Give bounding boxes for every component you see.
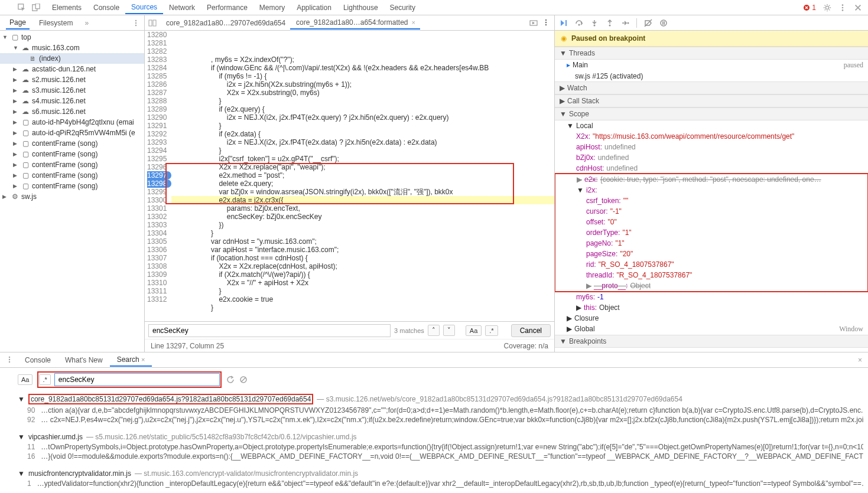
file-tab[interactable]: core_9182ad1a80…29707ed69da654	[160, 17, 290, 29]
resume-icon[interactable]	[560, 19, 568, 27]
step-icon[interactable]	[621, 19, 629, 27]
regex-toggle[interactable]: .*	[39, 374, 50, 385]
tree-frame[interactable]: ▶contentFrame (song)	[0, 181, 144, 191]
match-case-toggle[interactable]: Aa	[18, 374, 32, 385]
pause-exceptions-icon[interactable]	[659, 19, 668, 27]
refresh-icon[interactable]	[226, 376, 235, 384]
tab-lighthouse[interactable]: Lighthouse	[337, 1, 384, 14]
drawer-tab-whatsnew[interactable]: What's New	[58, 354, 110, 367]
result-file[interactable]: ▼musicfrontencryptvalidator.min.js— st.m…	[18, 467, 863, 479]
tab-sources[interactable]: Sources	[125, 1, 163, 14]
result-line[interactable]: 11…tOwnPropertySymbols,i=Object.prototyp…	[18, 442, 863, 452]
scope-section[interactable]: ▼Scope	[555, 107, 868, 120]
inspect-icon[interactable]	[18, 4, 26, 12]
scope-closure[interactable]: ▶Closure	[555, 313, 868, 324]
scope-var[interactable]: X2x: "https://music.163.com/weapi/commen…	[555, 131, 868, 142]
tab-performance[interactable]: Performance	[201, 1, 253, 14]
find-prev-button[interactable]: ˄	[428, 325, 440, 336]
filesystem-tab[interactable]: Filesystem	[35, 17, 76, 30]
gear-icon[interactable]	[823, 4, 831, 12]
drawer-tab-console[interactable]: Console	[18, 354, 58, 367]
file-tab-active[interactable]: core_9182ad1a80…a654:formatted×	[290, 17, 420, 30]
tree-top[interactable]: ▼top	[0, 32, 144, 43]
scope-var[interactable]: apiHost: undefined	[555, 142, 868, 152]
tree-frame[interactable]: ▶contentFrame (song)	[0, 159, 144, 170]
device-icon[interactable]	[32, 4, 40, 12]
step-into-icon[interactable]	[590, 19, 599, 27]
scope-var[interactable]: csrf_token: ""	[555, 195, 867, 206]
tree-domain[interactable]: ▼music.163.com	[0, 43, 144, 53]
deactivate-breakpoints-icon[interactable]	[644, 19, 652, 27]
tree-frame[interactable]: ▶auto-id-qPiR2qR5mVW4mM5i (e	[0, 128, 144, 138]
page-tab[interactable]: Page	[6, 16, 30, 30]
more-tabs-icon[interactable]: »	[84, 19, 89, 27]
tab-memory[interactable]: Memory	[253, 1, 291, 14]
match-case-toggle[interactable]: Aa	[466, 325, 482, 336]
scope-var[interactable]: cursor: "-1"	[555, 206, 867, 217]
tree-index[interactable]: (index)	[0, 53, 144, 64]
scope-var[interactable]: my6s: -1	[555, 292, 868, 302]
tab-elements[interactable]: Elements	[46, 1, 87, 14]
step-over-icon[interactable]	[575, 19, 583, 27]
scope-var[interactable]: bZj0x: undefined	[555, 152, 868, 163]
tree-serviceworker[interactable]: ▶sw.js	[0, 191, 144, 202]
tree-domain[interactable]: ▶s6.music.126.net	[0, 106, 144, 117]
tree-domain[interactable]: ▶s3.music.126.net	[0, 85, 144, 96]
close-icon[interactable]	[854, 4, 862, 12]
scope-var[interactable]: ▶__proto__: Object	[555, 280, 867, 291]
tree-frame[interactable]: ▶contentFrame (song)	[0, 138, 144, 149]
panel-menu-icon[interactable]	[542, 19, 550, 26]
code-editor[interactable]: 1328013281132821328313284132851328613287…	[145, 31, 554, 321]
clear-icon[interactable]	[239, 376, 248, 384]
more-vertical-icon[interactable]	[838, 4, 847, 12]
error-badge[interactable]: 1	[803, 4, 816, 12]
tab-application[interactable]: Application	[291, 1, 337, 14]
breakpoints-section[interactable]: ▼Breakpoints	[555, 335, 868, 348]
result-line[interactable]: 92… c2x=NEJ.P,es4w=c2x("nej.g"),u2x=c2x(…	[18, 415, 863, 425]
run-icon[interactable]	[529, 19, 538, 27]
file-nav-icon[interactable]	[148, 19, 157, 27]
watch-section[interactable]: ▶Watch	[555, 81, 868, 94]
result-line[interactable]: 16…}(void 0!==module&&module.exports?mod…	[18, 452, 863, 461]
tab-security[interactable]: Security	[384, 1, 421, 14]
threads-section[interactable]: ▼Threads	[555, 47, 868, 60]
tree-frame[interactable]: ▶contentFrame (song)	[0, 170, 144, 181]
find-input[interactable]	[148, 324, 391, 337]
step-out-icon[interactable]	[606, 19, 614, 27]
scope-i2x[interactable]: ▼i2x:	[555, 185, 867, 195]
thread-main[interactable]: ▸Mainpaused	[555, 60, 868, 71]
thread-sw[interactable]: sw.js #125 (activated)	[555, 71, 868, 81]
search-input[interactable]	[54, 373, 220, 386]
drawer-close-icon[interactable]: ×	[858, 356, 862, 364]
tree-domain[interactable]: ▶s4.music.126.net	[0, 96, 144, 106]
tab-network[interactable]: Network	[163, 1, 201, 14]
drawer-menu-icon[interactable]	[6, 356, 13, 363]
scope-var[interactable]: threadId: "R_SO_4_1807537867"	[555, 270, 867, 280]
tree-domain[interactable]: ▶s2.music.126.net	[0, 74, 144, 85]
tab-console[interactable]: Console	[87, 1, 125, 14]
result-file[interactable]: ▼core_9182ad1a80bc85131d29707ed69da654.j…	[18, 391, 863, 406]
scope-var[interactable]: ▶this: Object	[555, 302, 868, 313]
callstack-section[interactable]: ▶Call Stack	[555, 94, 868, 107]
scope-var[interactable]: pageNo: "1"	[555, 238, 867, 249]
result-line[interactable]: 1…yptedValidator=function(xhr2){function…	[18, 479, 863, 488]
result-line[interactable]: 90…ction a(a){var d,e,b="abcdefghijklmno…	[18, 406, 863, 415]
scope-var[interactable]: offset: "0"	[555, 217, 867, 227]
scope-var[interactable]: orderType: "1"	[555, 227, 867, 238]
regex-toggle[interactable]: .*	[485, 325, 498, 336]
tree-frame[interactable]: ▶contentFrame (song)	[0, 149, 144, 159]
tree-domain[interactable]: ▶acstatic-dun.126.net	[0, 64, 144, 74]
result-file[interactable]: ▼vipcashier.umd.js— s5.music.126.net/sta…	[18, 430, 863, 442]
scope-var[interactable]: cdnHost: undefined	[555, 163, 868, 174]
scope-var[interactable]: ▶e2x: {cookie: true, type: "json", metho…	[555, 174, 867, 185]
scope-var[interactable]: rid: "R_SO_4_1807537867"	[555, 259, 867, 270]
drawer-tab-search[interactable]: Search ×	[110, 353, 152, 367]
panel-menu-icon[interactable]	[132, 19, 139, 27]
tree-frame[interactable]: ▶auto-id-hP4ybH4gf2qtIxnu (emai	[0, 117, 144, 128]
scope-local[interactable]: ▼Local	[555, 120, 868, 131]
scope-var[interactable]: pageSize: "20"	[555, 249, 867, 259]
find-cancel-button[interactable]: Cancel	[511, 324, 551, 337]
close-tab-icon[interactable]: ×	[411, 19, 415, 26]
scope-global[interactable]: ▶GlobalWindow	[555, 324, 868, 335]
find-next-button[interactable]: ˅	[443, 325, 455, 336]
